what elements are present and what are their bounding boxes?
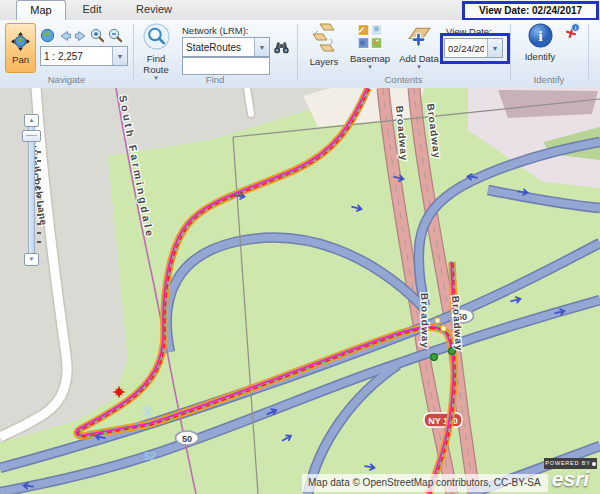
full-extent-globe-icon[interactable] xyxy=(39,27,56,44)
svg-text:Broadway: Broadway xyxy=(419,293,431,349)
esri-logo: POWERED BY esri xyxy=(544,458,597,493)
scale-dropdown-button[interactable]: ▼ xyxy=(112,47,127,65)
map-attribution: Map data © OpenStreetMap contributors, C… xyxy=(302,474,548,492)
find-route-icon xyxy=(143,23,170,52)
zoom-slider-tick xyxy=(37,205,41,207)
identify-icon: i xyxy=(528,23,553,50)
identify-group-label: Identify xyxy=(510,74,588,85)
zoom-slider-tick xyxy=(37,232,41,234)
navigate-group-label: Navigate xyxy=(0,74,133,85)
basemap-button[interactable]: Basemap ▾ xyxy=(347,23,393,70)
ribbon-tabbar: Map Edit Review View Date: 02/24/2017 xyxy=(0,0,600,21)
county-route-shield: 50 xyxy=(176,431,199,445)
network-lrm-label: Network (LRM): xyxy=(182,25,249,36)
zoom-slider-track[interactable] xyxy=(28,126,35,255)
next-extent-icon[interactable] xyxy=(72,27,89,44)
ribbon: Pan ▼ Navigate xyxy=(0,20,600,89)
zoom-slider-tick xyxy=(37,160,41,162)
network-dropdown-button[interactable]: ▼ xyxy=(254,38,269,56)
zoom-in-icon[interactable] xyxy=(89,27,106,44)
zoom-slider-tick xyxy=(37,223,41,225)
zoom-slider-handle[interactable] xyxy=(22,130,41,142)
binoculars-icon[interactable] xyxy=(273,38,290,55)
map-canvas[interactable]: NY 110 50 xyxy=(0,88,600,494)
layers-icon xyxy=(311,23,337,55)
find-group-label: Find xyxy=(133,74,297,85)
zoom-slider-tick xyxy=(37,214,41,216)
group-separator xyxy=(588,24,589,80)
svg-text:52: 52 xyxy=(144,450,156,462)
ny110-shield: NY 110 xyxy=(424,413,462,427)
zoom-out-icon[interactable] xyxy=(107,27,124,44)
network-combo[interactable]: ▼ xyxy=(182,37,270,57)
layers-label: Layers xyxy=(310,56,339,67)
esri-globe-dot xyxy=(592,462,596,466)
find-search-input[interactable] xyxy=(183,58,269,74)
add-data-icon xyxy=(406,23,433,52)
svg-text:50: 50 xyxy=(182,434,192,444)
zoom-slider-tick xyxy=(37,187,41,189)
zoom-slider-up-button[interactable]: ▲ xyxy=(24,114,39,127)
zoom-slider-tick xyxy=(37,151,41,153)
identify-button[interactable]: i Identify xyxy=(518,23,562,62)
identify-route-icon[interactable]: i xyxy=(562,23,581,42)
tab-map[interactable]: Map xyxy=(16,0,66,20)
find-route-button[interactable]: Find Route ▾ xyxy=(137,23,175,81)
svg-text:i: i xyxy=(538,28,542,44)
event-editor-window: Map Edit Review View Date: 02/24/2017 Pa… xyxy=(0,0,600,494)
view-date-combo[interactable]: ▼ xyxy=(444,38,503,58)
zoom-slider-tick xyxy=(37,169,41,171)
tab-review[interactable]: Review xyxy=(126,0,182,19)
pan-label: Pan xyxy=(12,54,29,65)
zoom-slider-down-button[interactable]: ▼ xyxy=(24,253,39,266)
view-date-banner-annotation: View Date: 02/24/2017 xyxy=(462,1,599,21)
contents-group-label: Contents xyxy=(297,74,510,85)
view-date-input[interactable] xyxy=(445,39,487,57)
network-input[interactable] xyxy=(183,38,254,56)
zoom-slider-tick xyxy=(37,196,41,198)
find-search-field[interactable] xyxy=(182,57,270,75)
map-viewport[interactable]: NY 110 50 xyxy=(0,88,600,494)
map-scale-combo[interactable]: ▼ xyxy=(40,46,128,66)
identify-label: Identify xyxy=(525,51,556,62)
tab-edit[interactable]: Edit xyxy=(70,0,114,19)
zoom-slider-tick xyxy=(37,178,41,180)
map-scale-input[interactable] xyxy=(41,47,112,65)
add-data-dropdown-icon: ▾ xyxy=(417,64,421,70)
basemap-dropdown-icon: ▾ xyxy=(368,64,372,70)
add-data-button[interactable]: Add Data ▾ xyxy=(396,23,442,70)
esri-brand-text: esri xyxy=(544,468,597,490)
pan-icon xyxy=(11,32,30,53)
group-separator xyxy=(510,24,511,80)
view-date-dropdown-button[interactable]: ▼ xyxy=(487,39,502,57)
basemap-icon xyxy=(357,23,383,52)
zoom-slider-tick xyxy=(37,241,41,243)
view-date-label: View Date: xyxy=(446,26,492,37)
layers-button[interactable]: Layers xyxy=(302,23,346,67)
pan-button[interactable]: Pan xyxy=(5,23,36,73)
group-separator xyxy=(133,24,134,80)
find-route-label: Find xyxy=(147,53,165,64)
group-separator xyxy=(297,24,298,80)
previous-extent-icon[interactable] xyxy=(56,27,73,44)
